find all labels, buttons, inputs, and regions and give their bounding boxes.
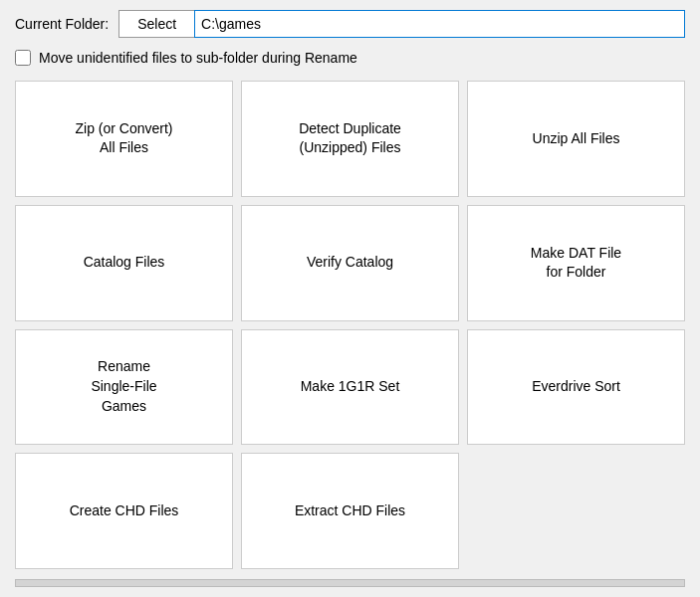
main-container: Current Folder: Select Move unidentified… (0, 0, 700, 597)
select-button[interactable]: Select (118, 10, 194, 38)
move-unidentified-label: Move unidentified files to sub-folder du… (39, 50, 357, 66)
zip-convert-button[interactable]: Zip (or Convert)All Files (15, 81, 233, 197)
current-folder-label: Current Folder: (15, 16, 109, 32)
empty-button (467, 453, 685, 569)
create-chd-files-button[interactable]: Create CHD Files (15, 453, 233, 569)
checkbox-row: Move unidentified files to sub-folder du… (15, 50, 685, 66)
rename-single-file-button[interactable]: RenameSingle-FileGames (15, 329, 233, 446)
verify-catalog-button[interactable]: Verify Catalog (241, 205, 459, 321)
bottom-bar (15, 579, 685, 587)
make-dat-file-button[interactable]: Make DAT Filefor Folder (467, 205, 685, 321)
folder-path-input[interactable] (194, 10, 685, 38)
everdrive-sort-button[interactable]: Everdrive Sort (467, 329, 685, 446)
unzip-all-button[interactable]: Unzip All Files (467, 81, 685, 197)
buttons-grid: Zip (or Convert)All FilesDetect Duplicat… (15, 81, 685, 569)
make-1g1r-set-button[interactable]: Make 1G1R Set (241, 329, 459, 446)
move-unidentified-checkbox[interactable] (15, 50, 31, 66)
catalog-files-button[interactable]: Catalog Files (15, 205, 233, 321)
detect-duplicate-button[interactable]: Detect Duplicate(Unzipped) Files (241, 81, 459, 197)
extract-chd-files-button[interactable]: Extract CHD Files (241, 453, 459, 569)
top-bar: Current Folder: Select (15, 10, 685, 38)
